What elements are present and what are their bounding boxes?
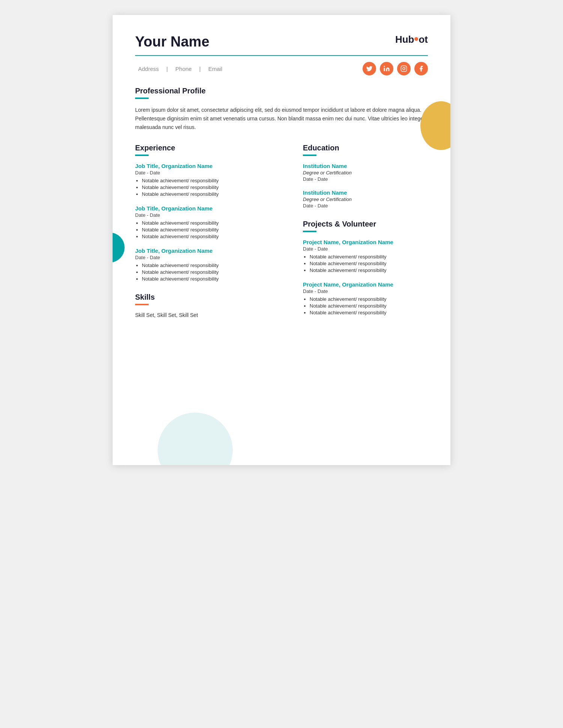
edu-degree-1: Degree or Certification — [303, 170, 428, 176]
list-item: Notable achievement/ responsibility — [142, 234, 288, 239]
edu-date-1: Date - Date — [303, 176, 428, 182]
list-item: Notable achievement/ responsibility — [142, 276, 288, 282]
sep2: | — [199, 66, 201, 72]
list-item: Notable achievement/ responsibility — [310, 267, 428, 273]
projects-section: Projects & Volunteer Project Name, Organ… — [303, 220, 428, 315]
job-bullets-3: Notable achievement/ responsibility Nota… — [135, 263, 288, 282]
job-entry-1: Job Title, Organization Name Date - Date… — [135, 163, 288, 197]
header-divider — [135, 55, 428, 56]
education-title: Education — [303, 144, 428, 152]
profile-underline — [135, 98, 149, 99]
edu-degree-2: Degree or Certification — [303, 197, 428, 202]
edu-entry-2: Institution Name Degree or Certification… — [303, 189, 428, 209]
list-item: Notable achievement/ responsibility — [142, 185, 288, 190]
hubspot-logo: Hubot — [395, 34, 428, 45]
projects-underline — [303, 231, 316, 232]
experience-title: Experience — [135, 144, 288, 152]
profile-text: Lorem ipsum dolor sit amet, consectetur … — [135, 106, 428, 132]
project-title-1: Project Name, Organization Name — [303, 239, 428, 245]
instagram-icon[interactable] — [397, 62, 411, 75]
list-item: Notable achievement/ responsibility — [142, 227, 288, 233]
header: Your Name Hubot — [135, 34, 428, 50]
list-item: Notable achievement/ responsibility — [142, 269, 288, 275]
job-date-3: Date - Date — [135, 255, 288, 260]
skills-title: Skills — [135, 293, 288, 302]
profile-title: Professional Profile — [135, 87, 428, 95]
left-column: Experience Job Title, Organization Name … — [135, 144, 288, 324]
job-title-1: Job Title, Organization Name — [135, 163, 288, 169]
edu-institution-1: Institution Name — [303, 163, 428, 169]
job-date-2: Date - Date — [135, 212, 288, 218]
experience-underline — [135, 155, 149, 156]
logo-hub: Hub — [395, 34, 414, 45]
edu-entry-1: Institution Name Degree or Certification… — [303, 163, 428, 182]
address-text: Address — [138, 66, 159, 72]
list-item: Notable achievement/ responsibility — [310, 296, 428, 302]
skills-text: Skill Set, Skill Set, Skill Set — [135, 312, 288, 318]
list-item: Notable achievement/ responsibility — [142, 178, 288, 183]
list-item: Notable achievement/ responsibility — [142, 191, 288, 197]
project-entry-2: Project Name, Organization Name Date - D… — [303, 281, 428, 315]
phone-text: Phone — [175, 66, 191, 72]
job-entry-2: Job Title, Organization Name Date - Date… — [135, 205, 288, 239]
svg-point-0 — [384, 66, 385, 67]
linkedin-icon[interactable] — [380, 62, 393, 75]
job-bullets-2: Notable achievement/ responsibility Nota… — [135, 220, 288, 239]
list-item: Notable achievement/ responsibility — [142, 220, 288, 226]
svg-point-3 — [405, 67, 406, 68]
contact-row: Address | Phone | Email — [135, 62, 428, 75]
list-item: Notable achievement/ responsibility — [310, 261, 428, 266]
resume-page: Your Name Hubot Address | Phone | Email — [113, 15, 450, 465]
name-heading: Your Name — [135, 34, 209, 50]
project-date-2: Date - Date — [303, 288, 428, 294]
profile-section: Professional Profile Lorem ipsum dolor s… — [135, 87, 428, 132]
email-text: Email — [208, 66, 223, 72]
contact-info: Address | Phone | Email — [135, 66, 225, 72]
logo-dot — [414, 37, 418, 41]
list-item: Notable achievement/ responsibility — [310, 310, 428, 315]
edu-institution-2: Institution Name — [303, 189, 428, 196]
skills-section: Skills Skill Set, Skill Set, Skill Set — [135, 293, 288, 318]
twitter-icon[interactable] — [363, 62, 376, 75]
skills-underline — [135, 304, 149, 305]
list-item: Notable achievement/ responsibility — [310, 303, 428, 309]
facebook-icon[interactable] — [414, 62, 428, 75]
projects-title: Projects & Volunteer — [303, 220, 428, 228]
social-icons — [363, 62, 428, 75]
project-bullets-1: Notable achievement/ responsibility Nota… — [303, 254, 428, 273]
job-bullets-1: Notable achievement/ responsibility Nota… — [135, 178, 288, 197]
job-title-2: Job Title, Organization Name — [135, 205, 288, 212]
education-section: Education Institution Name Degree or Cer… — [303, 144, 428, 209]
job-date-1: Date - Date — [135, 170, 288, 176]
sep1: | — [166, 66, 168, 72]
experience-section: Experience Job Title, Organization Name … — [135, 144, 288, 282]
project-date-1: Date - Date — [303, 246, 428, 252]
job-entry-3: Job Title, Organization Name Date - Date… — [135, 248, 288, 282]
svg-rect-1 — [401, 66, 407, 72]
list-item: Notable achievement/ responsibility — [310, 254, 428, 260]
svg-point-2 — [403, 68, 405, 70]
deco-teal-blob-bottom — [158, 413, 233, 465]
two-column-layout: Experience Job Title, Organization Name … — [135, 144, 428, 324]
edu-date-2: Date - Date — [303, 203, 428, 209]
right-column: Education Institution Name Degree or Cer… — [303, 144, 428, 324]
job-title-3: Job Title, Organization Name — [135, 248, 288, 254]
project-bullets-2: Notable achievement/ responsibility Nota… — [303, 296, 428, 315]
project-title-2: Project Name, Organization Name — [303, 281, 428, 288]
list-item: Notable achievement/ responsibility — [142, 263, 288, 268]
project-entry-1: Project Name, Organization Name Date - D… — [303, 239, 428, 273]
education-underline — [303, 155, 316, 156]
deco-teal-circle — [113, 233, 125, 263]
logo-spot: ot — [418, 34, 428, 45]
